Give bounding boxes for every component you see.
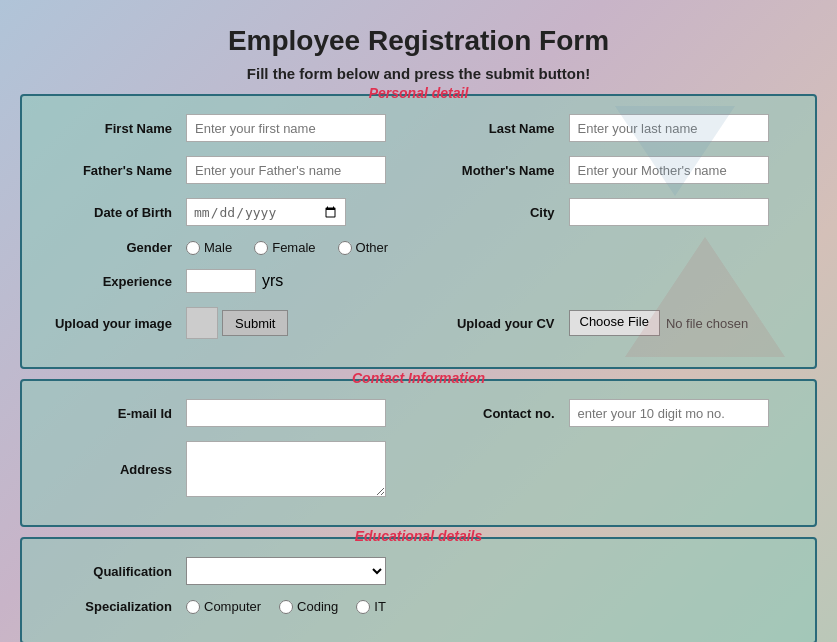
upload-image-preview: [186, 307, 218, 339]
spec-it-radio[interactable]: [356, 600, 370, 614]
dob-input[interactable]: [186, 198, 346, 226]
contact-section: Contact Information E-mail Id Contact no…: [20, 379, 817, 527]
mother-name-input[interactable]: [569, 156, 769, 184]
experience-label: Experience: [46, 274, 186, 289]
father-name-group: Father's Name: [46, 156, 399, 184]
gender-label: Gender: [46, 240, 186, 255]
mother-name-group: Mother's Name: [439, 156, 792, 184]
upload-row: Upload your image Submit Upload your CV …: [46, 307, 791, 339]
education-section-title: Educational details: [349, 528, 489, 544]
email-label: E-mail Id: [46, 406, 186, 421]
personal-section: Personal detail First Name Last Name Fat…: [20, 94, 817, 369]
spec-it-label[interactable]: IT: [356, 599, 386, 614]
gender-female-label[interactable]: Female: [254, 240, 315, 255]
contact-label: Contact no.: [439, 406, 569, 421]
phone-input[interactable]: [569, 399, 769, 427]
city-group: City: [439, 198, 792, 226]
experience-input[interactable]: [186, 269, 256, 293]
first-name-group: First Name: [46, 114, 399, 142]
mother-name-label: Mother's Name: [439, 163, 569, 178]
experience-group: Experience yrs: [46, 269, 791, 293]
city-label: City: [439, 205, 569, 220]
specialization-group: Specialization Computer Coding IT: [46, 599, 791, 614]
experience-input-group: yrs: [186, 269, 283, 293]
address-label: Address: [46, 462, 186, 477]
spec-it-text: IT: [374, 599, 386, 614]
first-name-input[interactable]: [186, 114, 386, 142]
page-title: Employee Registration Form: [20, 10, 817, 65]
last-name-group: Last Name: [439, 114, 792, 142]
gender-male-text: Male: [204, 240, 232, 255]
spec-computer-radio[interactable]: [186, 600, 200, 614]
city-input[interactable]: [569, 198, 769, 226]
spec-coding-text: Coding: [297, 599, 338, 614]
gender-other-text: Other: [356, 240, 389, 255]
gender-male-radio[interactable]: [186, 241, 200, 255]
no-file-text: No file chosen: [666, 316, 748, 331]
email-contact-row: E-mail Id Contact no.: [46, 399, 791, 427]
gender-male-label[interactable]: Male: [186, 240, 232, 255]
specialization-row: Specialization Computer Coding IT: [46, 599, 791, 614]
upload-cv-group: Upload your CV Choose File No file chose…: [439, 310, 792, 336]
qualification-select[interactable]: 10th 12th Graduate Post Graduate: [186, 557, 386, 585]
page-subtitle: Fill the form below and press the submit…: [20, 65, 817, 82]
address-group: Address: [46, 441, 791, 497]
email-group: E-mail Id: [46, 399, 399, 427]
dob-label: Date of Birth: [46, 205, 186, 220]
qualification-group: Qualification 10th 12th Graduate Post Gr…: [46, 557, 791, 585]
gender-other-label[interactable]: Other: [338, 240, 389, 255]
submit-button[interactable]: Submit: [222, 310, 288, 336]
upload-cv-label: Upload your CV: [439, 316, 569, 331]
gender-row: Gender Male Female Other: [46, 240, 791, 255]
gender-other-radio[interactable]: [338, 241, 352, 255]
address-textarea[interactable]: [186, 441, 386, 497]
gender-female-radio[interactable]: [254, 241, 268, 255]
qualification-label: Qualification: [46, 564, 186, 579]
last-name-label: Last Name: [439, 121, 569, 136]
first-name-label: First Name: [46, 121, 186, 136]
gender-group: Gender Male Female Other: [46, 240, 791, 255]
spec-coding-label[interactable]: Coding: [279, 599, 338, 614]
spec-computer-text: Computer: [204, 599, 261, 614]
upload-image-group: Upload your image Submit: [46, 307, 399, 339]
experience-suffix: yrs: [262, 272, 283, 290]
email-input[interactable]: [186, 399, 386, 427]
parents-name-row: Father's Name Mother's Name: [46, 156, 791, 184]
last-name-input[interactable]: [569, 114, 769, 142]
gender-radio-group: Male Female Other: [186, 240, 388, 255]
father-name-label: Father's Name: [46, 163, 186, 178]
father-name-input[interactable]: [186, 156, 386, 184]
experience-row: Experience yrs: [46, 269, 791, 293]
address-row: Address: [46, 441, 791, 497]
gender-female-text: Female: [272, 240, 315, 255]
specialization-label: Specialization: [46, 599, 186, 614]
choose-file-button[interactable]: Choose File: [569, 310, 660, 336]
spec-computer-label[interactable]: Computer: [186, 599, 261, 614]
dob-city-row: Date of Birth City: [46, 198, 791, 226]
upload-image-controls: Submit: [186, 307, 288, 339]
contact-group: Contact no.: [439, 399, 792, 427]
specialization-radio-group: Computer Coding IT: [186, 599, 386, 614]
upload-cv-controls: Choose File No file chosen: [569, 310, 749, 336]
name-row: First Name Last Name: [46, 114, 791, 142]
dob-group: Date of Birth: [46, 198, 399, 226]
personal-section-title: Personal detail: [363, 85, 475, 101]
contact-section-title: Contact Information: [346, 370, 491, 386]
education-section: Educational details Qualification 10th 1…: [20, 537, 817, 642]
qualification-row: Qualification 10th 12th Graduate Post Gr…: [46, 557, 791, 585]
spec-coding-radio[interactable]: [279, 600, 293, 614]
upload-image-label: Upload your image: [46, 316, 186, 331]
